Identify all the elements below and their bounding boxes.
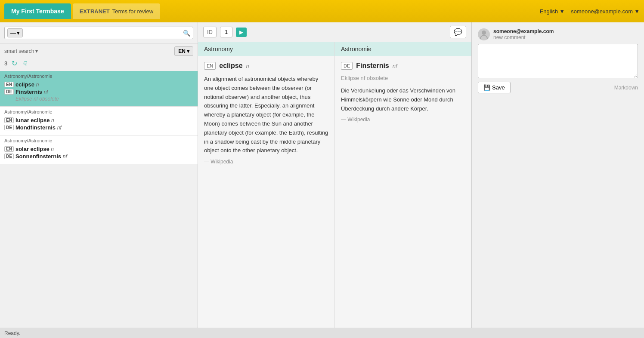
en-column: Astronomy EN eclipse n An alignment of a… [198, 42, 335, 328]
comment-textarea[interactable] [478, 44, 638, 78]
search-input[interactable] [25, 30, 181, 36]
en-main-term: EN eclipse n [204, 62, 328, 70]
term-pos: n [51, 146, 54, 152]
status-text: Ready. [4, 330, 20, 336]
en-term-word: eclipse [219, 62, 242, 70]
save-icon: 💾 [483, 84, 490, 91]
en-column-body: EN eclipse n An alignment of astronomica… [198, 56, 334, 328]
term-word-eclipse: eclipse [15, 81, 34, 88]
language-dropdown-icon: ▼ [559, 8, 565, 15]
term-row-en: EN eclipse n [4, 81, 193, 88]
language-label: English [540, 8, 558, 15]
list-item[interactable]: Astronomy/Astronomie EN lunar eclipse n … [0, 107, 198, 135]
entry-category: Astronomy/Astronomie [0, 107, 198, 116]
de-column: Astronomie DE Finsternis nf Eklipse nf o… [335, 42, 471, 328]
comment-user-row: someone@example.com new comment [478, 28, 638, 40]
entry-terms: EN eclipse n DE Finsternis nf DE Eklipse… [0, 80, 198, 106]
entry-terms: EN solar eclipse n DE Sonnenfinsternis n… [0, 144, 198, 164]
extranet-label: EXTRANET [80, 8, 110, 15]
entry-category: Astronomy/Astronomie [0, 71, 198, 80]
term-row-de: DE Finsternis nf [4, 89, 193, 95]
de-alt-term: Eklipse nf obsolete [341, 75, 465, 81]
lang-badge-en: EN [4, 146, 14, 152]
term-pos-nf: nf [63, 154, 67, 160]
de-definition: Die Verdunkelung oder das Verschwinden v… [341, 86, 465, 113]
smart-search-label: smart search ▾ [4, 48, 38, 54]
left-panel: — ▾ 🔍 smart search ▾ EN ▾ 3 ↻ 🖨 [0, 22, 198, 328]
de-alt-term-word: Eklipse [341, 75, 359, 81]
list-item[interactable]: Astronomy/Astronomie EN solar eclipse n … [0, 135, 198, 164]
comment-new-label: new comment [493, 34, 554, 40]
list-item[interactable]: Astronomy/Astronomie EN eclipse n DE Fin… [0, 71, 198, 107]
comment-actions: 💾 Save Markdown [478, 82, 638, 93]
print-button[interactable]: 🖨 [22, 60, 28, 68]
term-word-eklipse: Eklipse nf obsolete [15, 96, 59, 102]
de-term-word: Finsternis [356, 62, 389, 70]
result-list: Astronomy/Astronomie EN eclipse n DE Fin… [0, 71, 198, 328]
comment-username: someone@example.com [493, 28, 554, 34]
search-filter-button[interactable]: — ▾ [7, 28, 23, 37]
language-selector[interactable]: English ▼ [540, 8, 565, 15]
comment-button[interactable]: 💬 [450, 26, 466, 38]
de-lang-tag: DE [341, 62, 353, 70]
de-source: — Wikipedia [341, 117, 465, 123]
user-avatar [478, 28, 490, 40]
tab-my-first-termbase[interactable]: My First Termbase [4, 3, 71, 19]
en-label: EN [178, 48, 186, 54]
term-pos-n: n [36, 82, 39, 88]
save-label: Save [492, 84, 505, 91]
minus-icon: — [10, 30, 16, 36]
topbar: My First Termbase EXTRANET Terms for rev… [0, 0, 644, 22]
de-alt-obsolete: obsolete [367, 75, 388, 81]
lang-badge-en: EN [4, 117, 14, 123]
entry-category: Astronomy/Astronomie [0, 135, 198, 144]
en-dropdown-icon: ▾ [187, 48, 189, 54]
term-row-eklipse: DE Eklipse nf obsolete [4, 96, 193, 102]
user-email-label: someone@example.com [571, 8, 633, 15]
detail-content: Astronomy EN eclipse n An alignment of a… [198, 42, 471, 328]
svg-point-0 [482, 31, 486, 35]
comment-panel: someone@example.com new comment 💾 Save M… [472, 22, 644, 328]
nav-next-button[interactable]: ▶ [236, 28, 247, 37]
term-row-de: DE Sonnenfinsternis nf [4, 153, 193, 160]
markdown-label: Markdown [614, 85, 638, 91]
language-filter-button[interactable]: EN ▾ [174, 46, 193, 56]
lang-badge-de: DE [4, 125, 14, 130]
topbar-right: English ▼ someone@example.com ▼ [540, 8, 640, 15]
term-row-en: EN lunar eclipse n [4, 117, 193, 123]
entry-terms: EN lunar eclipse n DE Mondfinsternis nf [0, 116, 198, 135]
term-word-solar: solar eclipse [15, 146, 50, 152]
smart-search-row: smart search ▾ EN ▾ [0, 44, 198, 58]
search-bar: — ▾ 🔍 [0, 22, 198, 44]
lang-badge-en: EN [4, 82, 14, 87]
term-word-sonnenfinsternis: Sonnenfinsternis [15, 153, 61, 160]
toolbar-divider [252, 27, 252, 37]
smart-search-dropdown-icon: ▾ [35, 48, 38, 54]
tab-extranet[interactable]: EXTRANET Terms for review [73, 3, 160, 19]
id-value: 1 [220, 27, 232, 37]
user-menu[interactable]: someone@example.com ▼ [571, 8, 640, 15]
comment-user-info: someone@example.com new comment [493, 28, 554, 40]
search-submit-button[interactable]: 🔍 [183, 30, 190, 37]
detail-panel: ID 1 ▶ 💬 Astronomy EN eclipse n An align… [198, 22, 472, 328]
de-column-header: Astronomie [335, 42, 471, 56]
de-main-term: DE Finsternis nf [341, 62, 465, 70]
filter-dropdown-icon: ▾ [17, 30, 20, 36]
terms-for-review-label: Terms for review [112, 8, 153, 15]
refresh-button[interactable]: ↻ [12, 59, 17, 68]
save-button[interactable]: 💾 Save [478, 82, 511, 93]
de-column-body: DE Finsternis nf Eklipse nf obsolete Die… [335, 56, 471, 328]
term-row-en: EN solar eclipse n [4, 146, 193, 152]
term-pos-nf: nf [44, 89, 48, 95]
de-alt-pos: nf [361, 75, 365, 81]
term-word-mondfinsternis: Mondfinsternis [15, 124, 56, 131]
term-pos: n [51, 117, 54, 123]
result-count-row: 3 ↻ 🖨 [0, 58, 198, 71]
en-lang-tag: EN [204, 62, 216, 70]
en-definition: An alignment of astronomical objects whe… [204, 75, 328, 155]
term-pos-nf: nf [57, 125, 62, 131]
detail-toolbar: ID 1 ▶ 💬 [198, 22, 471, 42]
term-row-de: DE Mondfinsternis nf [4, 124, 193, 131]
lang-badge-de: DE [4, 89, 14, 95]
user-dropdown-icon: ▼ [634, 8, 640, 15]
